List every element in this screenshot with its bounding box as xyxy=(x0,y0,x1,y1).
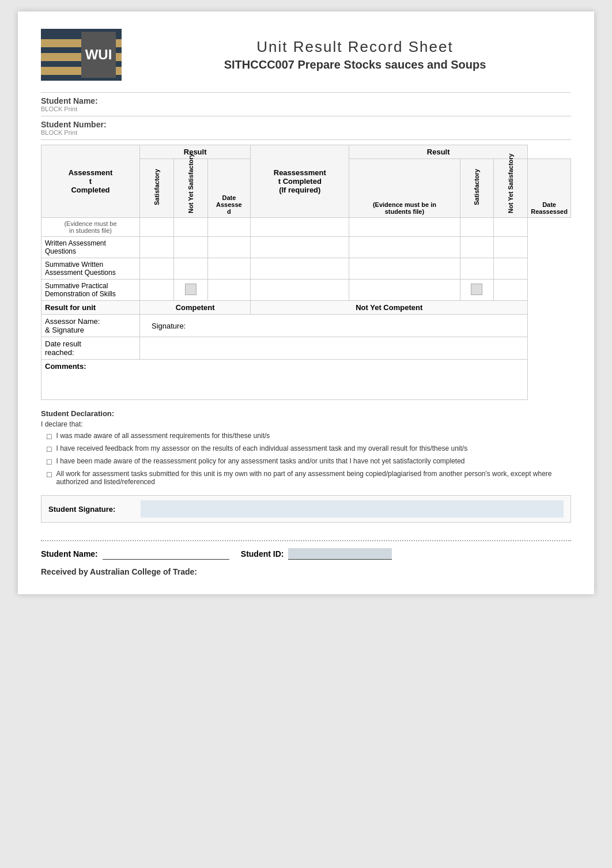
list-item-text: All work for assessment tasks submitted … xyxy=(56,470,571,486)
declaration-title: Student Declaration: xyxy=(41,409,571,418)
list-item: All work for assessment tasks submitted … xyxy=(47,470,571,486)
footer-student-name: Student Name: xyxy=(41,548,229,560)
row-summative-written: Summative WrittenAssessment Questions xyxy=(41,258,140,280)
col-result-header: Result xyxy=(139,145,250,159)
assessment-table: AssessmenttCompleted Result Reassessment… xyxy=(41,145,571,400)
evidence-note: (Evidence must bein students file) xyxy=(41,218,140,237)
table-row: Summative WrittenAssessment Questions xyxy=(41,258,571,280)
logo-inner: WUI xyxy=(81,32,116,78)
date-result-label: Date resultreached: xyxy=(41,337,140,360)
checkbox-icon-2 xyxy=(471,284,482,295)
assessor-label: Assessor Name:& Signature xyxy=(41,315,140,337)
list-item-text: I have received feedback from my assesso… xyxy=(56,444,467,452)
declaration-list: I was made aware of all assessment requi… xyxy=(41,432,571,486)
header: WUI Unit Result Record Sheet SITHCCC007 … xyxy=(41,29,571,81)
row-written-assessment: Written AssessmentQuestions xyxy=(41,237,140,258)
comments-row: Comments: xyxy=(41,360,571,400)
col-satisfactory-1: Satisfactory xyxy=(139,159,173,218)
col-not-yet-2: Not Yet Satisfactory xyxy=(494,159,528,218)
comments-text: Comments: xyxy=(45,362,86,371)
footer-student-name-field[interactable] xyxy=(103,548,229,560)
title-line2: SITHCCC007 Prepare Stocks sauces and Sou… xyxy=(139,58,571,71)
result-not-competent: Not Yet Competent xyxy=(251,301,528,315)
checkbox-icon-1 xyxy=(185,284,197,295)
date-result-row: Date resultreached: xyxy=(41,337,571,360)
declaration-intro: I declare that: xyxy=(41,420,571,428)
checkbox-not-yet-2 xyxy=(460,280,494,301)
col-satisfactory-2: Satisfactory xyxy=(460,159,494,218)
student-number-section: Student Number: BLOCK Print xyxy=(41,120,571,136)
col-date-reassessed: DateReassessed xyxy=(528,159,571,218)
col-reassessment: Reassessmentt Completed(If required) xyxy=(251,145,349,218)
logo: WUI xyxy=(41,29,122,81)
result-row: Result for unit Competent Not Yet Compet… xyxy=(41,301,571,315)
footer-student-id: Student ID: xyxy=(241,548,392,560)
list-item: I was made aware of all assessment requi… xyxy=(47,432,571,441)
student-signature-field[interactable] xyxy=(141,500,564,518)
student-name-section: Student Name: BLOCK Print xyxy=(41,96,571,112)
student-signature-label: Student Signature: xyxy=(48,505,141,514)
title-line1: Unit Result Record Sheet xyxy=(139,38,571,56)
not-yet-rotated-1: Not Yet Satisfactory xyxy=(187,161,194,213)
comments-label: Comments: xyxy=(41,360,528,400)
list-item: I have received feedback from my assesso… xyxy=(47,444,571,454)
evidence-subheader-row: (Evidence must bein students file) xyxy=(41,218,571,237)
footer-student-id-label: Student ID: xyxy=(241,549,284,558)
list-item: I have been made aware of the reassessme… xyxy=(47,457,571,466)
satisfactory-rotated: Satisfactory xyxy=(153,161,160,213)
student-number-sublabel: BLOCK Print xyxy=(41,129,571,136)
result-competent: Competent xyxy=(139,301,250,315)
student-signature-section: Student Signature: xyxy=(41,495,571,523)
checkbox-not-yet-1 xyxy=(173,280,207,301)
list-item-text: I have been made aware of the reassessme… xyxy=(56,457,464,465)
footer-row: Student Name: Student ID: xyxy=(41,548,571,560)
col-date-assessed: DateAssessed xyxy=(207,159,251,218)
list-item-text: I was made aware of all assessment requi… xyxy=(56,432,270,440)
assessor-row: Assessor Name:& Signature Signature: xyxy=(41,315,571,337)
page: WUI Unit Result Record Sheet SITHCCC007 … xyxy=(18,12,594,594)
row-summative-practical: Summative PracticalDemonstration of Skil… xyxy=(41,280,140,301)
declaration-section: Student Declaration: I declare that: I w… xyxy=(41,409,571,486)
dotted-divider xyxy=(41,540,571,541)
header-titles: Unit Result Record Sheet SITHCCC007 Prep… xyxy=(139,38,571,71)
student-name-sublabel: BLOCK Print xyxy=(41,105,571,112)
footer-student-name-label: Student Name: xyxy=(41,549,98,558)
col-result-header-2: Result xyxy=(349,145,528,159)
received-line: Received by Australian College of Trade: xyxy=(41,567,571,577)
table-header-row-1: AssessmenttCompleted Result Reassessment… xyxy=(41,145,571,159)
footer-student-id-field[interactable] xyxy=(288,548,392,560)
col-not-yet-1: Not Yet Satisfactory xyxy=(173,159,207,218)
table-row: Written AssessmentQuestions xyxy=(41,237,571,258)
col-evidence-2: (Evidence must be instudents file) xyxy=(349,159,460,218)
student-name-label: Student Name: xyxy=(41,96,571,105)
table-row: Summative PracticalDemonstration of Skil… xyxy=(41,280,571,301)
assessor-signature: Signature: xyxy=(139,315,527,337)
satisfactory-rotated-2: Satisfactory xyxy=(473,161,480,213)
result-label: Result for unit xyxy=(41,301,140,315)
student-number-label: Student Number: xyxy=(41,120,571,129)
not-yet-rotated-2: Not Yet Satisfactory xyxy=(507,161,514,213)
received-label: Received by Australian College of Trade: xyxy=(41,567,197,576)
col-assessment-completed: AssessmenttCompleted xyxy=(41,145,140,218)
